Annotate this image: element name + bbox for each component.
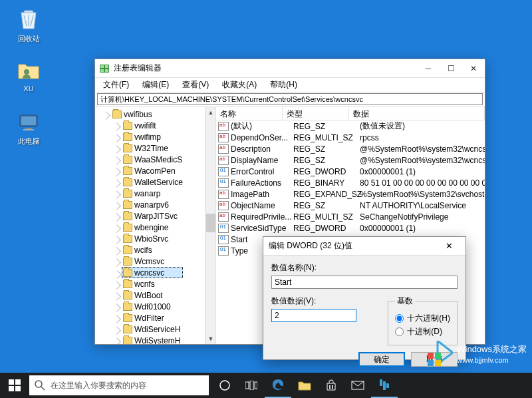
this-pc-icon	[17, 110, 41, 134]
tree-label: vwififlt	[134, 121, 156, 130]
tree-item[interactable]: WacomPen	[122, 165, 183, 176]
svg-rect-8	[100, 69, 104, 72]
tree-item[interactable]: wanarp	[122, 188, 183, 199]
desktop-icon-this-pc[interactable]: 此电脑	[12, 110, 45, 146]
tree-item[interactable]: WarpJITSvc	[122, 210, 183, 222]
radio-hex-label: 十六进制(H)	[407, 313, 450, 324]
tree-item[interactable]: WalletService	[122, 176, 183, 188]
scroll-down-icon[interactable]: ▼	[205, 333, 216, 344]
tree-item[interactable]: vwifibus	[111, 108, 183, 120]
radio-dec[interactable]	[395, 327, 404, 336]
registry-value-row[interactable]: ObjectNameREG_SZNT AUTHORITY\LocalServic…	[216, 200, 485, 211]
registry-value-row[interactable]: DependOnSer...REG_MULTI_SZrpcss	[216, 132, 485, 143]
registry-value-row[interactable]: DescriptionREG_SZ@%SystemRoot%\system32\…	[216, 143, 485, 154]
svg-point-20	[220, 381, 229, 390]
address-input[interactable]	[97, 93, 483, 105]
folder-icon	[123, 337, 132, 345]
desktop-icon-recycle-bin[interactable]: 回收站	[12, 8, 45, 44]
value-name: RequiredPrivile...	[231, 212, 293, 222]
svg-rect-14	[9, 379, 14, 385]
tree-item[interactable]: wcnfs	[122, 278, 183, 290]
value-data: SeChangeNotifyPrivilege	[360, 212, 485, 222]
tree-label: WdiServiceH	[134, 325, 180, 334]
tree-label: wcnfs	[134, 280, 155, 289]
scroll-up-icon[interactable]: ▲	[205, 107, 216, 118]
tree-item[interactable]: wbengine	[122, 222, 183, 233]
registry-value-row[interactable]: (默认)REG_SZ(数值未设置)	[216, 120, 485, 132]
folder-icon	[123, 280, 132, 288]
folder-icon	[123, 246, 132, 254]
tree-item[interactable]: Wcmsvc	[122, 256, 183, 267]
registry-value-row[interactable]: ImagePathREG_EXPAND_SZ%SystemRoot%\Syste…	[216, 188, 485, 200]
svg-rect-30	[383, 381, 386, 390]
tree-label: WalletService	[134, 178, 183, 187]
folder-icon	[123, 156, 132, 164]
tree-item[interactable]: WdFilter	[122, 312, 183, 323]
minimize-button[interactable]: ─	[417, 59, 440, 78]
tree-item[interactable]: vwififlt	[122, 120, 183, 131]
value-bin-icon	[218, 235, 229, 244]
column-name[interactable]: 名称	[216, 107, 283, 120]
menu-help[interactable]: 帮助(H)	[265, 78, 303, 92]
tree-label: WdBoot	[134, 291, 163, 300]
task-view-icon[interactable]	[238, 373, 265, 398]
tree-label: W32Time	[134, 144, 168, 153]
dialog-title-bar[interactable]: 编辑 DWORD (32 位)值 ✕	[263, 237, 466, 256]
folder-icon	[123, 201, 132, 209]
folder-icon	[17, 59, 41, 83]
registry-value-row[interactable]: FailureActionsREG_BINARY80 51 01 00 00 0…	[216, 177, 485, 188]
value-data-input[interactable]	[271, 309, 356, 322]
registry-value-row[interactable]: RequiredPrivile...REG_MULTI_SZSeChangeNo…	[216, 211, 485, 222]
desktop-icon-user-folder[interactable]: XU	[12, 59, 45, 93]
tree-item[interactable]: Wdf01000	[122, 301, 183, 312]
tree-item[interactable]: wcifs	[122, 244, 183, 256]
registry-value-row[interactable]: DisplayNameREG_SZ@%SystemRoot%\system32\…	[216, 154, 485, 166]
close-button[interactable]: ✕	[462, 59, 485, 78]
file-explorer-icon[interactable]	[291, 373, 318, 398]
cortana-icon[interactable]	[211, 373, 238, 398]
scroll-thumb[interactable]	[206, 214, 215, 232]
tree-item[interactable]: WdiSystemH	[122, 335, 183, 344]
value-str-icon	[218, 122, 229, 131]
value-name: (默认)	[231, 120, 293, 132]
dialog-close-button[interactable]: ✕	[438, 237, 460, 256]
tree-item[interactable]: WaaSMedicS	[122, 154, 183, 165]
menu-edit[interactable]: 编辑(E)	[137, 78, 174, 92]
tree-scrollbar[interactable]: ▲ ▼	[205, 107, 215, 344]
registry-value-row[interactable]: ErrorControlREG_DWORD0x00000001 (1)	[216, 166, 485, 177]
tree-item[interactable]: WdiServiceH	[122, 323, 183, 335]
value-data: rpcss	[360, 133, 485, 142]
value-bin-icon	[218, 167, 229, 176]
tree-item[interactable]: WbioSrvc	[122, 233, 183, 244]
menu-file[interactable]: 文件(F)	[98, 78, 134, 92]
tree-item[interactable]: wcncsvc	[122, 267, 183, 278]
svg-rect-3	[25, 128, 32, 129]
taskbar-search[interactable]: 在这里输入你要搜索的内容	[29, 375, 209, 395]
registry-value-row[interactable]: ServiceSidTypeREG_DWORD0x00000001 (1)	[216, 222, 485, 234]
radio-hex[interactable]	[395, 314, 404, 323]
app-icon[interactable]	[371, 373, 398, 398]
tree-item[interactable]: wanarpv6	[122, 199, 183, 210]
menu-view[interactable]: 查看(V)	[177, 78, 214, 92]
svg-rect-13	[435, 360, 441, 366]
value-name: DisplayName	[231, 156, 293, 165]
svg-rect-9	[105, 69, 108, 72]
svg-rect-29	[380, 379, 382, 386]
store-icon[interactable]	[318, 373, 344, 398]
tree-item[interactable]: W32Time	[122, 142, 183, 154]
maximize-button[interactable]: ☐	[440, 59, 462, 78]
tree-item[interactable]: WdBoot	[122, 290, 183, 301]
column-data[interactable]: 数据	[349, 107, 485, 120]
value-type: REG_SZ	[293, 144, 360, 154]
menu-favorites[interactable]: 收藏夹(A)	[217, 78, 262, 92]
value-data: 0x00000001 (1)	[360, 167, 485, 176]
edge-icon[interactable]	[265, 373, 291, 398]
folder-icon	[123, 122, 132, 130]
title-bar[interactable]: 注册表编辑器 ─ ☐ ✕	[95, 59, 485, 78]
tree-item[interactable]: vwifimp	[122, 131, 183, 142]
mail-icon[interactable]	[344, 373, 371, 398]
ok-button[interactable]: 确定	[358, 352, 405, 367]
start-button[interactable]	[0, 373, 29, 398]
value-name-input[interactable]	[271, 276, 458, 289]
column-type[interactable]: 类型	[283, 107, 349, 120]
